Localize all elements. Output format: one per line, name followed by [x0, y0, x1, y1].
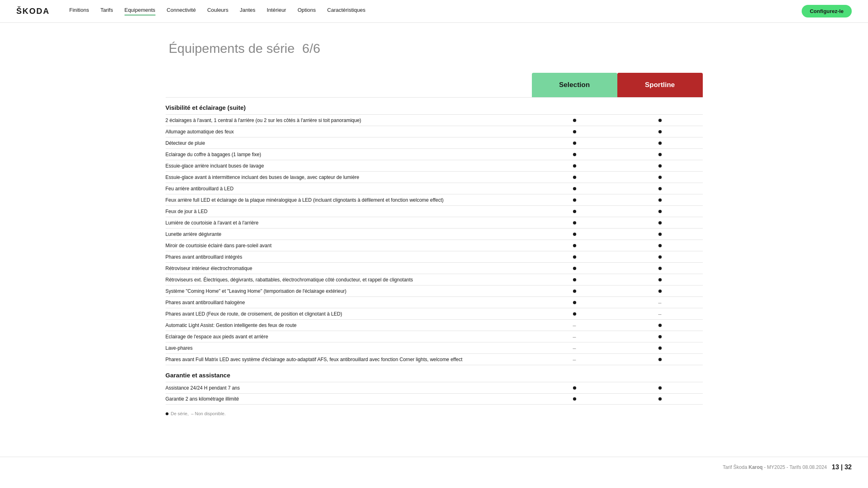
- not-available-dash: –: [573, 322, 576, 329]
- row-cell-selection: [532, 172, 617, 183]
- included-dot-icon: [573, 233, 576, 236]
- table-row: Assistance 24/24 H pendant 7 ans: [166, 382, 703, 393]
- not-available-dash: –: [658, 311, 662, 317]
- included-dot-icon: [573, 119, 576, 122]
- nav-link-tarifs[interactable]: Tarifs: [101, 7, 113, 15]
- included-dot-icon: [658, 198, 662, 202]
- included-dot-icon: [573, 164, 576, 168]
- brand-logo: ŠKODA: [16, 7, 50, 16]
- table-row: Phares avant Full Matrix LED avec systèm…: [166, 353, 703, 365]
- table-row: Eclairage de l'espace aux pieds avant et…: [166, 331, 703, 342]
- included-dot-icon: [658, 187, 662, 190]
- row-label: Eclairage de l'espace aux pieds avant et…: [166, 331, 532, 342]
- row-cell-selection: [532, 251, 617, 262]
- row-label: Feux arrière full LED et éclairage de la…: [166, 195, 532, 205]
- row-cell-selection: [532, 274, 617, 285]
- configure-button[interactable]: Configurez-le: [802, 5, 852, 17]
- included-dot-icon: [658, 233, 662, 236]
- row-cell-sportline: [617, 382, 703, 393]
- row-cell-sportline: [617, 172, 703, 183]
- table-row: Lunette arrière dégivrante: [166, 228, 703, 240]
- included-dot-icon: [658, 358, 662, 361]
- row-cell-sportline: [617, 320, 703, 331]
- row-cell-selection: [532, 194, 617, 205]
- nav-link-couleurs[interactable]: Couleurs: [207, 7, 228, 15]
- included-dot-icon: [658, 255, 662, 259]
- row-label: Allumage automatique des feux: [166, 126, 532, 137]
- section-title-1: Garantie et assistance: [166, 365, 703, 382]
- table-row: Rétroviseurs ext. Électriques, dégivrant…: [166, 274, 703, 285]
- not-available-dash: –: [658, 299, 662, 306]
- row-cell-sportline: [617, 160, 703, 171]
- included-dot-icon: [658, 346, 662, 350]
- nav-link-jantes[interactable]: Jantes: [240, 7, 255, 15]
- included-dot-icon: [658, 278, 662, 281]
- row-cell-selection: [532, 382, 617, 393]
- sections-container: Visibilité et éclairage (suite)2 éclaira…: [166, 97, 703, 405]
- legend-dot-icon: [166, 412, 168, 415]
- included-dot-icon: [573, 397, 576, 401]
- section-title-0: Visibilité et éclairage (suite): [166, 97, 703, 114]
- row-label: Lave-phares: [166, 343, 532, 353]
- row-cell-selection: –: [532, 354, 617, 365]
- nav-link-connectivité[interactable]: Connectivité: [167, 7, 196, 15]
- row-cell-selection: [532, 217, 617, 228]
- table-row: Système "Coming Home" et "Leaving Home" …: [166, 285, 703, 296]
- row-cell-sportline: –: [617, 297, 703, 308]
- table-row: Miroir de courtoisie éclairé dans pare-s…: [166, 240, 703, 251]
- table-row: Détecteur de pluie: [166, 137, 703, 148]
- table-row: Allumage automatique des feux: [166, 126, 703, 137]
- not-available-dash: –: [573, 356, 576, 363]
- pagination: 6/6: [302, 41, 320, 56]
- row-label: Détecteur de pluie: [166, 138, 532, 148]
- nav-link-finitions[interactable]: Finitions: [69, 7, 89, 15]
- row-cell-selection: [532, 206, 617, 217]
- included-dot-icon: [658, 210, 662, 213]
- row-cell-selection: [532, 115, 617, 126]
- row-cell-sportline: [617, 183, 703, 194]
- table-row: Essuie-glace arrière incluant buses de l…: [166, 160, 703, 171]
- header-selection: Selection: [532, 73, 617, 97]
- row-label: Phares avant Full Matrix LED avec systèm…: [166, 354, 532, 365]
- table-row: Feux arrière full LED et éclairage de la…: [166, 194, 703, 205]
- nav-link-caractéristiques[interactable]: Caractéristiques: [327, 7, 365, 15]
- row-cell-selection: [532, 297, 617, 308]
- nav-link-intérieur[interactable]: Intérieur: [267, 7, 286, 15]
- legend: De série, – Non disponible.: [166, 411, 703, 416]
- included-dot-icon: [573, 386, 576, 390]
- included-dot-icon: [573, 278, 576, 281]
- included-dot-icon: [658, 335, 662, 338]
- table-row: Phares avant LED (Feux de route, de croi…: [166, 308, 703, 319]
- row-cell-selection: [532, 149, 617, 160]
- legend-dash-text: – Non disponible.: [191, 411, 226, 416]
- row-cell-sportline: [617, 126, 703, 137]
- row-label: Lunette arrière dégivrante: [166, 229, 532, 240]
- row-label: 2 éclairages à l'avant, 1 central à l'ar…: [166, 115, 532, 126]
- column-headers: Selection Sportline: [166, 73, 703, 97]
- nav-link-equipements[interactable]: Equipements: [125, 7, 155, 15]
- table-row: Automatic Light Assist: Gestion intellig…: [166, 319, 703, 331]
- row-cell-selection: [532, 394, 617, 404]
- row-cell-selection: [532, 137, 617, 148]
- row-label: Assistance 24/24 H pendant 7 ans: [166, 383, 532, 393]
- row-cell-sportline: [617, 394, 703, 404]
- included-dot-icon: [658, 153, 662, 156]
- row-cell-selection: –: [532, 331, 617, 342]
- included-dot-icon: [658, 164, 662, 168]
- page-footer: Tarif Škoda Karoq - MY2025 - Tarifs 08.0…: [0, 457, 868, 477]
- row-cell-selection: [532, 126, 617, 137]
- included-dot-icon: [573, 312, 576, 316]
- table-row: Rétroviseur intérieur électrochromatique: [166, 262, 703, 274]
- row-cell-selection: [532, 160, 617, 171]
- row-cell-selection: [532, 229, 617, 240]
- footer-page-number: 13 | 32: [832, 464, 852, 471]
- included-dot-icon: [658, 386, 662, 390]
- included-dot-icon: [573, 210, 576, 213]
- included-dot-icon: [658, 267, 662, 270]
- row-cell-sportline: [617, 285, 703, 296]
- row-label: Essuie-glace avant à intermittence inclu…: [166, 172, 532, 183]
- row-label: Système "Coming Home" et "Leaving Home" …: [166, 286, 532, 296]
- included-dot-icon: [658, 290, 662, 293]
- nav-link-options[interactable]: Options: [297, 7, 316, 15]
- page-content: Équipements de série 6/6 Selection Sport…: [149, 23, 719, 440]
